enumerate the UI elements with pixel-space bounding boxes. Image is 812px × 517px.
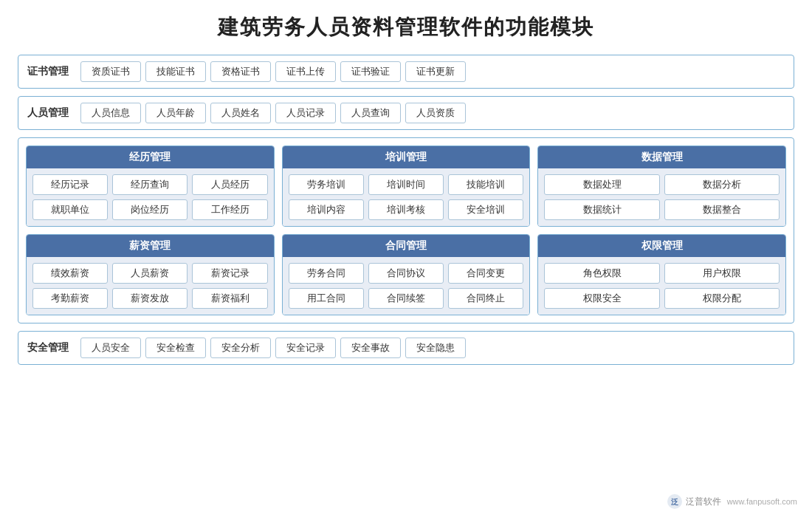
grid-item-tag[interactable]: 劳务培训: [289, 174, 364, 195]
grid-item-tag[interactable]: 合同终止: [448, 288, 523, 309]
safety-tag[interactable]: 安全检查: [145, 338, 206, 358]
cert-tag[interactable]: 证书验证: [340, 61, 401, 82]
grid-item-tag[interactable]: 安全培训: [448, 199, 523, 220]
main-title: 建筑劳务人员资料管理软件的功能模块: [18, 13, 794, 41]
grid-card-body: 绩效薪资人员薪资薪资记录考勤薪资薪资发放薪资福利: [27, 257, 274, 315]
grid-card-header: 薪资管理: [27, 235, 274, 257]
grid-item-tag[interactable]: 技能培训: [448, 174, 523, 195]
grid-item-tag[interactable]: 合同协议: [368, 263, 444, 284]
grid-item-tag[interactable]: 合同变更: [448, 263, 523, 284]
grid-row-2: 薪资管理绩效薪资人员薪资薪资记录考勤薪资薪资发放薪资福利合同管理劳务合同合同协议…: [26, 234, 786, 315]
brand-name: 泛普软件: [686, 496, 721, 508]
grid-item-tag[interactable]: 薪资发放: [112, 288, 187, 309]
grid-card-grid-row1-1: 培训管理劳务培训培训时间技能培训培训内容培训考核安全培训: [282, 145, 531, 227]
grid-tag-row: 考勤薪资薪资发放薪资福利: [32, 288, 268, 309]
grid-card-body: 经历记录经历查询人员经历就职单位岗位经历工作经历: [27, 168, 274, 226]
grid-item-tag[interactable]: 绩效薪资: [32, 263, 108, 284]
grid-item-tag[interactable]: 薪资记录: [192, 263, 267, 284]
cert-section: 证书管理 资质证书技能证书资格证书证书上传证书验证证书更新: [18, 55, 794, 89]
grid-item-tag[interactable]: 合同续签: [368, 288, 444, 309]
person-label: 人员管理: [27, 106, 73, 120]
safety-label: 安全管理: [27, 341, 73, 355]
grid-item-tag[interactable]: 数据整合: [664, 199, 780, 220]
grid-item-tag[interactable]: 培训内容: [289, 199, 364, 220]
grid-item-tag[interactable]: 用工合同: [289, 288, 364, 309]
person-tag[interactable]: 人员信息: [80, 103, 141, 123]
grid-item-tag[interactable]: 经历查询: [112, 174, 187, 195]
grid-card-body: 劳务合同合同协议合同变更用工合同合同续签合同终止: [283, 257, 530, 315]
cert-tag[interactable]: 资格证书: [210, 61, 271, 82]
grid-card-body: 数据处理数据分析数据统计数据整合: [538, 168, 785, 226]
grid-item-tag[interactable]: 工作经历: [192, 199, 267, 220]
grid-outer: 经历管理经历记录经历查询人员经历就职单位岗位经历工作经历培训管理劳务培训培训时间…: [18, 137, 794, 323]
cert-tag[interactable]: 证书上传: [275, 61, 336, 82]
safety-tag[interactable]: 安全事故: [340, 338, 401, 358]
grid-item-tag[interactable]: 就职单位: [32, 199, 108, 220]
safety-tag[interactable]: 安全记录: [275, 338, 336, 358]
grid-tag-row: 绩效薪资人员薪资薪资记录: [32, 263, 268, 284]
grid-card-header: 经历管理: [27, 146, 274, 168]
safety-section: 安全管理 人员安全安全检查安全分析安全记录安全事故安全隐患: [18, 331, 794, 365]
grid-item-tag[interactable]: 薪资福利: [192, 288, 267, 309]
grid-tag-row: 角色权限用户权限: [544, 263, 780, 284]
grid-item-tag[interactable]: 用户权限: [664, 263, 780, 284]
grid-card-grid-row2-1: 合同管理劳务合同合同协议合同变更用工合同合同续签合同终止: [282, 234, 531, 315]
grid-item-tag[interactable]: 数据处理: [544, 174, 659, 195]
person-tag[interactable]: 人员姓名: [210, 103, 271, 123]
person-tag[interactable]: 人员查询: [340, 103, 401, 123]
grid-card-header: 数据管理: [538, 146, 785, 168]
grid-row-1: 经历管理经历记录经历查询人员经历就职单位岗位经历工作经历培训管理劳务培训培训时间…: [26, 145, 786, 227]
grid-tag-row: 数据统计数据整合: [544, 199, 780, 220]
brand-icon: 泛: [667, 493, 683, 510]
page-wrapper: 建筑劳务人员资料管理软件的功能模块 证书管理 资质证书技能证书资格证书证书上传证…: [0, 0, 812, 517]
grid-item-tag[interactable]: 数据统计: [544, 199, 659, 220]
grid-card-header: 权限管理: [538, 235, 785, 257]
safety-tag[interactable]: 人员安全: [80, 338, 141, 358]
grid-item-tag[interactable]: 岗位经历: [112, 199, 187, 220]
person-tag[interactable]: 人员资质: [405, 103, 466, 123]
cert-tag[interactable]: 证书更新: [405, 61, 466, 82]
safety-tag[interactable]: 安全隐患: [405, 338, 466, 358]
grid-card-body: 劳务培训培训时间技能培训培训内容培训考核安全培训: [283, 168, 530, 226]
person-tag-list: 人员信息人员年龄人员姓名人员记录人员查询人员资质: [80, 103, 466, 123]
grid-tag-row: 培训内容培训考核安全培训: [289, 199, 524, 220]
person-tag[interactable]: 人员年龄: [145, 103, 206, 123]
grid-tag-row: 用工合同合同续签合同终止: [289, 288, 524, 309]
cert-tag-list: 资质证书技能证书资格证书证书上传证书验证证书更新: [80, 61, 466, 82]
safety-tag-list: 人员安全安全检查安全分析安全记录安全事故安全隐患: [80, 338, 466, 358]
grid-card-grid-row2-0: 薪资管理绩效薪资人员薪资薪资记录考勤薪资薪资发放薪资福利: [26, 234, 275, 315]
grid-item-tag[interactable]: 培训考核: [368, 199, 444, 220]
person-tag[interactable]: 人员记录: [275, 103, 336, 123]
safety-tag[interactable]: 安全分析: [210, 338, 271, 358]
grid-card-header: 合同管理: [283, 235, 530, 257]
grid-item-tag[interactable]: 权限分配: [664, 288, 780, 309]
grid-tag-row: 劳务合同合同协议合同变更: [289, 263, 524, 284]
grid-card-body: 角色权限用户权限权限安全权限分配: [538, 257, 785, 315]
brand-url: www.fanpusoft.com: [727, 497, 797, 506]
grid-item-tag[interactable]: 考勤薪资: [32, 288, 108, 309]
cert-label: 证书管理: [27, 65, 73, 78]
grid-item-tag[interactable]: 人员薪资: [112, 263, 187, 284]
grid-item-tag[interactable]: 经历记录: [32, 174, 108, 195]
grid-tag-row: 经历记录经历查询人员经历: [32, 174, 268, 195]
grid-card-grid-row1-2: 数据管理数据处理数据分析数据统计数据整合: [537, 145, 786, 227]
grid-item-tag[interactable]: 人员经历: [192, 174, 267, 195]
person-section: 人员管理 人员信息人员年龄人员姓名人员记录人员查询人员资质: [18, 96, 794, 130]
grid-item-tag[interactable]: 角色权限: [544, 263, 659, 284]
grid-tag-row: 权限安全权限分配: [544, 288, 780, 309]
cert-tag[interactable]: 技能证书: [145, 61, 206, 82]
cert-tag[interactable]: 资质证书: [80, 61, 141, 82]
grid-card-header: 培训管理: [283, 146, 530, 168]
grid-item-tag[interactable]: 培训时间: [368, 174, 444, 195]
footer: 泛 泛普软件 www.fanpusoft.com: [667, 493, 797, 510]
grid-tag-row: 数据处理数据分析: [544, 174, 780, 195]
grid-card-grid-row2-2: 权限管理角色权限用户权限权限安全权限分配: [537, 234, 786, 315]
svg-text:泛: 泛: [671, 498, 679, 506]
footer-logo: 泛 泛普软件 www.fanpusoft.com: [667, 493, 797, 510]
grid-card-grid-row1-0: 经历管理经历记录经历查询人员经历就职单位岗位经历工作经历: [26, 145, 275, 227]
grid-item-tag[interactable]: 数据分析: [664, 174, 780, 195]
grid-tag-row: 劳务培训培训时间技能培训: [289, 174, 524, 195]
grid-item-tag[interactable]: 权限安全: [544, 288, 659, 309]
grid-item-tag[interactable]: 劳务合同: [289, 263, 364, 284]
grid-tag-row: 就职单位岗位经历工作经历: [32, 199, 268, 220]
